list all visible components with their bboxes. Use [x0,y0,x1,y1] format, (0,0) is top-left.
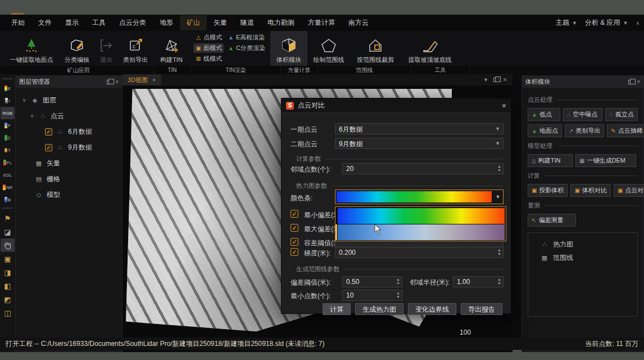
ground-point-button[interactable]: ▲地面点 [528,124,562,137]
dialog-titlebar[interactable]: S 点云对比 × [282,98,511,113]
point-mode-button[interactable]: △点模式 [193,33,224,42]
menu-terrain[interactable]: 地形 [153,15,180,30]
compute-button[interactable]: 计算 [323,303,351,315]
render-rgb-button[interactable]: RGB [1,107,15,119]
phase2-select[interactable]: 9月数据 ▼ [335,138,504,149]
render-fl-button[interactable]: FL [1,156,15,169]
menu-display[interactable]: 显示 [58,15,85,30]
render-classification-button[interactable]: C [1,132,15,144]
face-mode-button[interactable]: ▣面模式 [193,43,224,53]
restore-view-icon[interactable] [493,78,498,82]
view-cube-left-icon[interactable]: ◧ [1,279,15,292]
analysis-app-menu[interactable]: 分析 & 应用 ▼ [585,18,628,28]
close-dialog-icon[interactable]: × [502,101,506,110]
volume-compare-button[interactable]: ▣体积对比 [570,184,610,197]
render-elevation-button[interactable]: E [1,82,15,94]
rainbow-ramp[interactable] [338,208,505,224]
air-noise-button[interactable]: ∴空中噪点 [563,108,603,121]
deviation-threshold-input[interactable]: 0.50 ▲▼ [342,276,402,287]
ribbon-clip-by-range-button[interactable]: 按范围线裁剪 [350,31,401,66]
render-edl-button[interactable]: EDL [1,169,15,181]
clip-box-icon[interactable]: ◪ [1,225,15,238]
close-tab-icon[interactable]: × [152,76,156,83]
ribbon-extract-slope-button[interactable]: 提取坡顶坡底线 [401,31,459,66]
ribbon-build-tin-button[interactable]: 构建TIN [153,31,190,66]
max-deviation-checkbox[interactable]: ✓ [291,224,298,232]
class-export-button[interactable]: ↗类别导出 [565,124,604,137]
low-point-button[interactable]: ▲低点 [528,108,560,121]
close-panel-icon[interactable]: × [637,79,640,85]
pointcloud-compare-button[interactable]: ▣点云对比 [614,184,644,197]
collapse-ribbon-icon[interactable]: ∧ [636,20,640,26]
menu-vector[interactable]: 矢量 [207,15,234,30]
menu-tunnel[interactable]: 隧道 [234,15,261,30]
export-report-button[interactable]: 导出报告 [461,303,502,315]
phase1-select[interactable]: 6月数据 ▼ [335,123,504,134]
view-cube-front-icon[interactable]: ◨ [1,266,15,279]
select-box-icon[interactable]: ⚑ [1,212,15,225]
thin-pointcloud-button[interactable]: ✎点云抽稀 [607,124,644,137]
render-nr-button[interactable]: NR [1,181,15,194]
result-heatmap-item[interactable]: ∴ 热力图 [530,237,635,251]
menu-mine[interactable]: 矿山 [180,15,207,30]
ribbon-volume-module-button[interactable]: 体积模块 [270,31,307,66]
view-cube-right-icon[interactable]: ◩ [1,292,15,306]
tree-node-raster[interactable]: ▤ 栅格 [18,171,120,187]
min-deviation-checkbox[interactable]: ✓ [291,210,298,218]
line-mode-button[interactable]: ⊠线模式 [193,54,224,64]
ribbon-extract-ground-button[interactable]: 一键提取地面点 [3,31,60,66]
theme-menu[interactable]: 主题 ▼ [556,18,577,28]
spinner-arrows[interactable]: ▲▼ [497,248,501,256]
render-time-button[interactable]: T [1,144,15,156]
change-boundary-button[interactable]: 变化边界线 [408,303,456,315]
deviation-measure-button[interactable]: ↖偏差测量 [528,214,576,227]
pan-hand-icon[interactable] [1,238,15,252]
menu-file[interactable]: 文件 [31,15,58,30]
tab-3d-view[interactable]: 3D视图 × [123,74,161,86]
tree-node-september-data[interactable]: ✓ ∴ 9月数据 [18,140,120,155]
menu-tools[interactable]: 工具 [85,15,112,30]
toolbar-drag-handle[interactable]: ••••• [2,76,13,82]
menu-power-survey[interactable]: 电力勘测 [261,15,301,30]
tree-node-pointcloud[interactable]: ∨ ∴ 点云 [18,108,120,124]
tree-node-model[interactable]: ◇ 模型 [18,187,120,202]
spinner-arrows[interactable]: ▲▼ [396,277,400,285]
menu-south-cloud[interactable]: 南方云 [342,15,375,30]
toolbar-drag-handle[interactable]: ••••• [2,206,13,212]
tab-list-icon[interactable]: ▼ [483,77,488,83]
float-panel-icon[interactable] [107,80,111,84]
ribbon-class-export-button[interactable]: c 类别导出 [118,31,153,66]
expander-icon[interactable]: ∨ [29,113,35,119]
visibility-checkbox[interactable]: ✓ [45,128,52,136]
gradient-input[interactable]: 0.200 ▲▼ [335,247,504,258]
spinner-arrows[interactable]: ▲▼ [497,277,501,285]
spinner-arrows[interactable]: ▲▼ [396,291,400,299]
tree-node-layers[interactable]: ∨ ◈ 图层 [18,92,120,108]
generate-dem-button[interactable]: ▦一键生成DEM [575,154,636,167]
tree-node-vector[interactable]: ▦ 矢量 [18,155,120,171]
render-blend-button[interactable]: B [1,194,15,206]
menu-pointcloud-classify[interactable]: 点云分类 [112,15,153,30]
visibility-checkbox[interactable]: ✓ [45,144,52,151]
close-panel-icon[interactable]: × [115,79,119,85]
gradient-checkbox[interactable]: ✓ [291,248,298,256]
isolated-point-button[interactable]: ∴孤立点 [605,108,638,121]
neighbor-count-input[interactable]: 20 ▲▼ [342,163,504,174]
render-f-button[interactable]: F [1,119,15,132]
generate-heatmap-button[interactable]: 生成热力图 [355,303,403,315]
ribbon-draw-range-button[interactable]: 绘制范围线 [307,31,350,66]
view-cube-top-icon[interactable]: ▣ [1,252,15,266]
view-cube-iso-icon[interactable]: ◫ [1,306,15,320]
min-points-input[interactable]: 10 ▲▼ [342,290,402,301]
build-tin-button[interactable]: △构建TIN [528,154,573,167]
tree-node-june-data[interactable]: ✓ ∴ 6月数据 [18,124,120,140]
result-rangeline-item[interactable]: ▦ 范围线 [530,251,635,264]
float-panel-icon[interactable] [628,80,633,84]
elevation-render-button[interactable]: ▲E高程渲染 [226,33,267,42]
ribbon-classify-edit-button[interactable]: 分类编辑 [60,31,94,66]
colorbar-select[interactable]: ▼ [335,190,504,204]
neighbor-radius-input[interactable]: 1.00 ▲▼ [453,276,504,287]
spinner-arrows[interactable]: ▲▼ [497,164,501,172]
class-render-button[interactable]: ▲C分类渲染 [226,43,267,53]
projection-volume-button[interactable]: ▣投影体积 [528,184,568,197]
